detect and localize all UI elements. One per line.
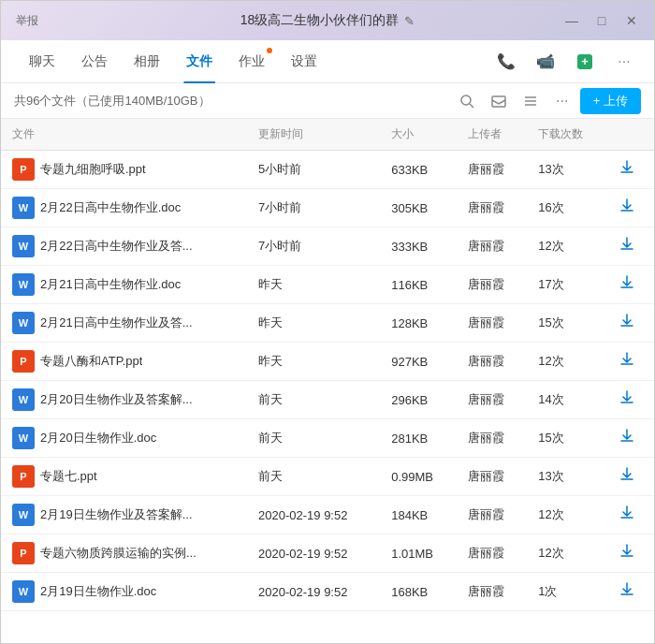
download-button[interactable] — [619, 240, 635, 256]
file-name[interactable]: 2月19日生物作业及答案解... — [40, 506, 193, 523]
file-downloads: 15次 — [527, 304, 607, 343]
more-button[interactable]: ··· — [609, 47, 639, 77]
file-name[interactable]: 专题七.ppt — [40, 468, 97, 485]
col-uploader: 上传者 — [457, 119, 527, 151]
table-row: W2月21日高中生物作业及答...昨天128KB唐丽霞15次 — [1, 304, 654, 343]
download-icon — [619, 274, 635, 291]
file-name[interactable]: 专题六物质跨膜运输的实例... — [40, 545, 196, 562]
search-button[interactable] — [453, 87, 481, 115]
table-row: P专题八酶和ATP.ppt昨天927KB唐丽霞12次 — [1, 343, 654, 381]
nav-item-settings[interactable]: 设置 — [278, 40, 330, 83]
nav-item-album[interactable]: 相册 — [121, 40, 173, 83]
nav-item-notice[interactable]: 公告 — [68, 40, 121, 83]
file-uploader: 唐丽霞 — [457, 573, 527, 611]
table-body: P专题九细胞呼吸.ppt5小时前633KB唐丽霞13次W2月22日高中生物作业.… — [1, 151, 654, 611]
title-bar-center: 18级高二生物小伙伴们的群 ✎ — [240, 12, 415, 29]
file-name-cell: W2月19日生物作业及答案解... — [1, 496, 247, 534]
download-button[interactable] — [619, 585, 635, 601]
download-icon — [619, 198, 635, 214]
minimize-button[interactable]: — — [559, 7, 585, 34]
file-downloads: 13次 — [527, 458, 607, 496]
file-type-icon: P — [12, 158, 35, 181]
video-button[interactable]: 📹 — [531, 47, 560, 77]
file-name[interactable]: 专题八酶和ATP.ppt — [40, 353, 142, 370]
file-download-cell — [607, 304, 654, 343]
list-view-button[interactable] — [517, 87, 545, 115]
title-bar-left: 举报 — [10, 11, 44, 31]
file-size: 116KB — [380, 266, 457, 304]
file-name[interactable]: 专题九细胞呼吸.ppt — [40, 161, 146, 178]
download-button[interactable] — [619, 163, 635, 179]
table-row: P专题九细胞呼吸.ppt5小时前633KB唐丽霞13次 — [1, 151, 654, 189]
download-icon — [619, 351, 635, 368]
download-button[interactable] — [619, 316, 635, 332]
file-size: 128KB — [380, 304, 457, 343]
table-row: W2月22日高中生物作业.doc7小时前305KB唐丽霞16次 — [1, 189, 654, 227]
download-button[interactable] — [619, 355, 635, 371]
file-name[interactable]: 2月21日高中生物作业及答... — [40, 315, 193, 331]
file-name[interactable]: 2月20日生物作业及答案解... — [40, 391, 193, 408]
more-options-button[interactable]: ··· — [548, 87, 576, 115]
download-button[interactable] — [619, 547, 635, 563]
file-update-time: 7小时前 — [247, 189, 380, 227]
file-uploader: 唐丽霞 — [457, 189, 527, 227]
download-button[interactable] — [619, 432, 635, 447]
file-name-cell: P专题六物质跨膜运输的实例... — [1, 534, 247, 573]
file-download-cell — [607, 496, 654, 534]
file-uploader: 唐丽霞 — [457, 534, 527, 573]
file-name[interactable]: 2月22日高中生物作业.doc — [40, 199, 181, 216]
file-name-cell: W2月20日生物作业.doc — [1, 419, 247, 458]
nav-right-icons: 📞 📹 + ··· — [491, 47, 639, 77]
download-icon — [619, 159, 635, 176]
report-button[interactable]: 举报 — [10, 11, 44, 31]
download-icon — [619, 466, 635, 483]
file-name[interactable]: 2月21日高中生物作业.doc — [40, 276, 181, 293]
add-group-button[interactable]: + — [570, 47, 600, 77]
download-icon — [619, 313, 635, 329]
maximize-button[interactable]: □ — [589, 7, 615, 34]
download-button[interactable] — [619, 470, 635, 486]
file-downloads: 1次 — [527, 573, 607, 611]
file-size: 0.99MB — [380, 458, 457, 496]
file-uploader: 唐丽霞 — [457, 266, 527, 304]
nav-item-file[interactable]: 文件 — [173, 40, 226, 83]
file-name-cell: W2月21日高中生物作业.doc — [1, 266, 247, 304]
inbox-icon — [491, 94, 506, 109]
inbox-button[interactable] — [485, 87, 513, 115]
file-download-cell — [607, 381, 654, 419]
file-name[interactable]: 2月20日生物作业.doc — [40, 430, 156, 446]
download-icon — [619, 543, 635, 560]
table-row: W2月19日生物作业及答案解...2020-02-19 9:52184KB唐丽霞… — [1, 496, 654, 534]
upload-button[interactable]: + 上传 — [580, 88, 641, 114]
phone-button[interactable]: 📞 — [491, 47, 521, 77]
file-uploader: 唐丽霞 — [457, 458, 527, 496]
file-download-cell — [607, 227, 654, 266]
file-update-time: 前天 — [247, 458, 380, 496]
edit-title-icon[interactable]: ✎ — [404, 14, 415, 28]
download-button[interactable] — [619, 508, 635, 524]
window-title: 18级高二生物小伙伴们的群 — [240, 12, 400, 29]
download-button[interactable] — [619, 278, 635, 294]
svg-text:+: + — [581, 54, 589, 68]
file-update-time: 2020-02-19 9:52 — [247, 534, 380, 573]
file-uploader: 唐丽霞 — [457, 381, 527, 419]
close-button[interactable]: ✕ — [619, 7, 645, 34]
file-downloads: 12次 — [527, 534, 607, 573]
download-button[interactable] — [619, 201, 635, 217]
title-bar-controls: — □ ✕ — [559, 7, 645, 34]
files-list: 文件 更新时间 大小 上传者 下载次数 P专题九细胞呼吸.ppt5小时前633K… — [1, 119, 654, 611]
file-type-icon: W — [12, 197, 35, 219]
file-update-time: 5小时前 — [247, 151, 380, 189]
file-downloads: 12次 — [527, 496, 607, 534]
table-row: P专题六物质跨膜运输的实例...2020-02-19 9:521.01MB唐丽霞… — [1, 534, 654, 573]
nav-item-homework[interactable]: 作业 — [226, 40, 278, 83]
file-name[interactable]: 2月19日生物作业.doc — [40, 583, 156, 600]
file-size: 1.01MB — [380, 534, 457, 573]
file-type-icon: P — [12, 350, 35, 373]
nav-items: 聊天公告相册文件作业设置 — [16, 40, 330, 83]
file-downloads: 12次 — [527, 343, 607, 381]
download-button[interactable] — [619, 393, 635, 409]
file-type-icon: W — [12, 388, 35, 411]
file-name[interactable]: 2月22日高中生物作业及答... — [40, 238, 193, 255]
nav-item-chat[interactable]: 聊天 — [16, 40, 68, 83]
